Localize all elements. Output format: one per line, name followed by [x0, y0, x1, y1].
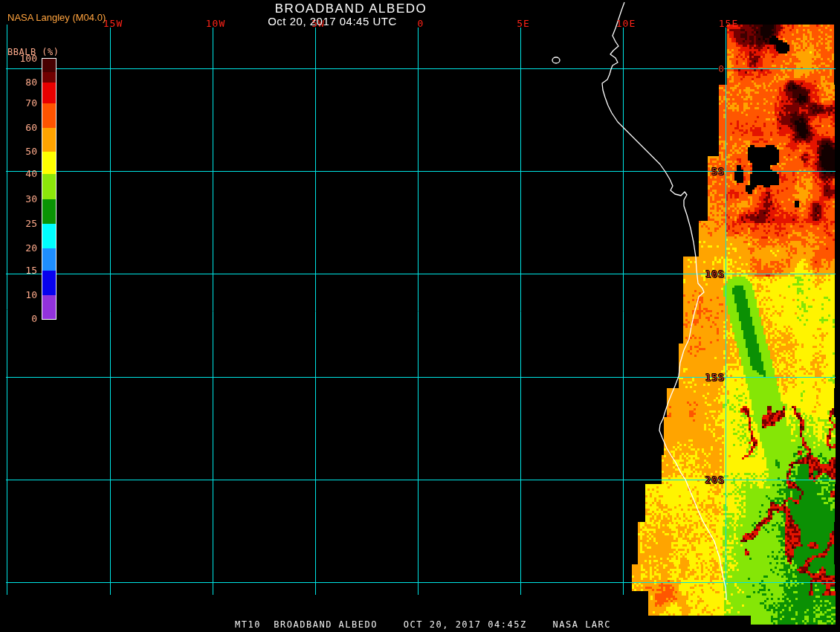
longitude-label: 10W [206, 18, 225, 29]
legend-value-label: 30 [3, 194, 37, 204]
legend-value-label: 20 [3, 243, 37, 254]
legend-segment [42, 174, 56, 199]
legend-value-label: 15 [3, 265, 37, 276]
broadband-albedo-viewer: 15W10W5W05E10E15E05S10S15S20S NASA Langl… [0, 0, 840, 632]
legend-segment [42, 295, 56, 319]
longitude-label: 15W [103, 18, 123, 29]
legend-segment [42, 271, 56, 295]
legend-value-label: 50 [3, 146, 37, 157]
timestamp: Oct 20, 2017 04:45 UTC [268, 15, 397, 28]
legend-segment [42, 83, 56, 103]
colorbar [42, 58, 56, 320]
latitude-label: 5S [711, 166, 725, 177]
latitude-label: 15S [705, 372, 725, 383]
albedo-map [0, 0, 840, 632]
legend-segment [42, 152, 56, 174]
status-bar: MT10 BROADBAND ALBEDO OCT 20, 2017 04:45… [235, 619, 611, 630]
legend-segment [42, 224, 56, 248]
legend-segment [42, 103, 56, 128]
page-title: BROADBAND ALBEDO [275, 1, 427, 16]
credit-label: NASA Langley (M04.0) [7, 12, 106, 23]
legend-segment [42, 59, 56, 72]
longitude-label: 15E [719, 18, 738, 29]
legend-segment [42, 72, 56, 83]
latitude-label: 0 [718, 63, 725, 74]
legend-value-label: 0 [3, 314, 37, 324]
legend-segment [42, 128, 56, 152]
legend-value-label: 10 [3, 290, 37, 300]
legend-value-label: 80 [3, 77, 37, 88]
legend-value-label: 40 [3, 169, 37, 179]
legend-value-label: 70 [3, 98, 37, 109]
longitude-label: 10E [616, 18, 636, 29]
latitude-label: 10S [705, 268, 725, 280]
legend-segment [42, 199, 56, 224]
latitude-label: 20S [705, 474, 725, 486]
legend-value-label: 60 [3, 123, 37, 133]
legend-value-label: 25 [3, 219, 37, 229]
longitude-label: 5E [517, 18, 530, 29]
legend-segment [42, 248, 56, 271]
legend-value-label: 100 [3, 54, 37, 64]
longitude-label: 0 [418, 18, 424, 29]
